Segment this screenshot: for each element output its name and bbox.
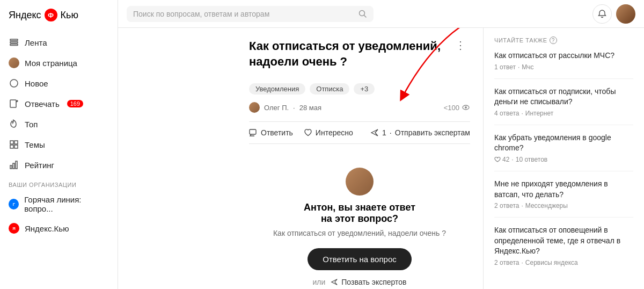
sidebar-label-top: Топ <box>25 120 38 129</box>
related-item-1: Как отписаться от подписки, чтобы деньги… <box>494 86 633 125</box>
sidebar-label-topics: Темы <box>25 140 45 149</box>
related-item-2: Как убрать уведомления в google chrome? … <box>494 133 633 171</box>
bell-icon <box>597 9 607 19</box>
sidebar-label-yandex-kyu: Яндекс.Кью <box>25 224 69 233</box>
logo: Яндекс Ф Кью <box>0 9 118 32</box>
interesting-button[interactable]: Интересно <box>304 128 353 137</box>
related-title-0[interactable]: Как отписаться от рассылки МЧС? <box>494 50 633 61</box>
svg-text:Г: Г <box>12 202 15 207</box>
svg-rect-11 <box>16 161 17 169</box>
meta-separator: · <box>293 104 295 112</box>
svg-rect-4 <box>10 100 16 107</box>
send-count: 1 <box>382 128 386 137</box>
svg-rect-2 <box>10 44 18 46</box>
right-sidebar: ЧИТАЙТЕ ТАКЖЕ ? Как отписаться от рассыл… <box>483 28 644 289</box>
search-input[interactable]: Поиск по вопросам, ответам и авторам <box>133 10 354 18</box>
fire-icon <box>9 119 19 129</box>
sidebar-item-feed[interactable]: Лента <box>0 32 118 53</box>
sidebar-item-answer[interactable]: Отвечать 169 <box>0 93 118 114</box>
search-bar[interactable]: Поиск по вопросам, ответам и авторам <box>127 6 374 22</box>
sidebar-label-my-page: Моя страница <box>25 59 77 68</box>
svg-rect-10 <box>13 163 14 169</box>
send-icon <box>370 128 379 137</box>
bell-button[interactable] <box>592 4 612 24</box>
svg-rect-7 <box>10 145 13 148</box>
svg-rect-6 <box>14 141 18 144</box>
svg-rect-1 <box>10 42 18 44</box>
related-meta-4: 2 ответа · Сервисы яндекса <box>494 259 633 266</box>
heart-icon <box>304 128 312 137</box>
answer-question-button[interactable]: Ответить на вопрос <box>308 248 412 270</box>
svg-rect-8 <box>14 145 18 148</box>
question-title: Как отписаться от уведомлений, надоели о… <box>249 39 451 69</box>
related-title-2[interactable]: Как убрать уведомления в google chrome? <box>494 133 633 154</box>
related-title-4[interactable]: Как отписаться от оповещений в определен… <box>494 225 633 257</box>
svg-text:Я: Я <box>12 226 16 231</box>
sidebar-item-rating[interactable]: Рейтинг <box>0 155 118 175</box>
list-icon <box>9 37 19 48</box>
tag-1[interactable]: Отписка <box>310 83 349 95</box>
svg-point-19 <box>465 106 467 109</box>
heart-small-icon <box>494 156 501 163</box>
reply-button[interactable]: Ответить <box>249 128 293 137</box>
sidebar-item-top[interactable]: Топ <box>0 114 118 134</box>
eye-icon <box>462 103 470 112</box>
sidebar: Яндекс Ф Кью Лента Моя страница Новое <box>0 0 118 289</box>
svg-line-17 <box>364 15 367 17</box>
sidebar-item-topics[interactable]: Темы <box>0 134 118 155</box>
tag-more[interactable]: +3 <box>354 83 375 95</box>
related-title-3[interactable]: Мне не приходят уведомления в ватсап, чт… <box>494 179 633 200</box>
author-avatar <box>249 102 260 113</box>
question-tags: Уведомления Отписка +3 <box>249 83 470 95</box>
read-also-header: ЧИТАЙТЕ ТАКЖЕ ? <box>494 37 633 44</box>
answer-badge: 169 <box>67 100 83 107</box>
logo-kyu: Кью <box>61 10 78 21</box>
main-area: Как отписаться от уведомлений, надоели о… <box>236 28 644 289</box>
sidebar-item-hotline[interactable]: Г Горячая линия: вопро... <box>0 190 118 218</box>
sidebar-label-rating: Рейтинг <box>25 161 54 170</box>
user-avatar-button[interactable] <box>616 4 635 24</box>
hotline-org-avatar: Г <box>9 199 19 209</box>
header: Поиск по вопросам, ответам и авторам <box>118 0 644 28</box>
sidebar-label-new: Новое <box>25 79 48 88</box>
edit-icon <box>9 98 19 109</box>
send-small-icon <box>331 278 338 286</box>
sidebar-item-my-page[interactable]: Моя страница <box>0 53 118 73</box>
related-meta-2: 42 · 10 ответов <box>494 156 633 163</box>
circle-icon <box>9 78 19 89</box>
or-divider: или Позвать экспертов <box>312 278 406 286</box>
sidebar-item-yandex-kyu[interactable]: Я Яндекс.Кью <box>0 218 118 239</box>
tag-0[interactable]: Уведомления <box>249 83 305 95</box>
svg-rect-20 <box>250 129 256 134</box>
svg-rect-0 <box>10 39 18 41</box>
related-item-0: Как отписаться от рассылки МЧС? 1 ответ … <box>494 50 633 79</box>
sidebar-item-new[interactable]: Новое <box>0 73 118 93</box>
user-icon <box>9 57 19 68</box>
search-icon <box>358 10 367 18</box>
svg-point-3 <box>10 80 18 87</box>
help-icon[interactable]: ? <box>550 37 557 44</box>
header-actions <box>592 4 635 24</box>
question-meta: Олег П. · 28 мая <100 <box>249 102 470 113</box>
logo-yandex: Яндекс <box>9 10 41 21</box>
svg-rect-5 <box>10 141 13 144</box>
related-item-4: Как отписаться от оповещений в определен… <box>494 225 633 274</box>
reply-icon <box>249 128 258 137</box>
prompt-avatar <box>346 168 374 196</box>
svg-rect-9 <box>10 165 12 169</box>
invite-experts-button[interactable]: Позвать экспертов <box>331 278 406 286</box>
question-actions: Ответить Интересно 1 · Отправить эксперт… <box>249 121 470 144</box>
author-name: Олег П. <box>264 104 289 112</box>
chart-icon <box>9 160 19 170</box>
logo-q-icon: Ф <box>45 9 57 21</box>
yandex-kyu-org-avatar: Я <box>9 223 19 234</box>
more-options-button[interactable]: ⋮ <box>451 39 470 52</box>
answer-prompt: Антон, вы знаете ответна этот вопрос? Ка… <box>249 155 470 289</box>
views-count: <100 <box>444 103 470 112</box>
sidebar-label-feed: Лента <box>25 38 47 47</box>
prompt-title: Антон, вы знаете ответна этот вопрос? <box>304 202 415 225</box>
question-content: Как отписаться от уведомлений, надоели о… <box>236 28 483 289</box>
related-title-1[interactable]: Как отписаться от подписки, чтобы деньги… <box>494 86 633 107</box>
related-meta-1: 4 ответа · Интернет <box>494 110 633 117</box>
send-experts-button[interactable]: 1 · Отправить экспертам <box>370 128 470 137</box>
